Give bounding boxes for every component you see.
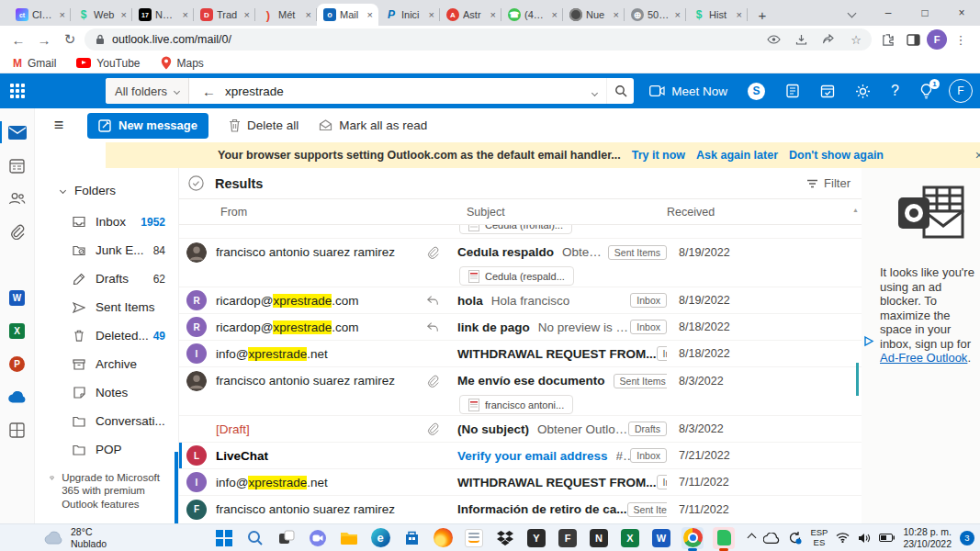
column-from[interactable]: From bbox=[220, 206, 247, 219]
notification-count-badge[interactable]: 3 bbox=[960, 531, 974, 545]
y-app-icon[interactable]: Y bbox=[525, 527, 547, 549]
notes-button[interactable] bbox=[775, 73, 810, 108]
tab-nuevo[interactable]: Nue× bbox=[563, 4, 625, 26]
tab-close-icon[interactable]: × bbox=[489, 9, 498, 20]
tab-close-icon[interactable]: × bbox=[550, 9, 559, 20]
new-message-button[interactable]: New message bbox=[87, 113, 208, 139]
folder-conversation[interactable]: Conversati... bbox=[35, 407, 178, 435]
email-row-draft[interactable]: [Draft] (No subject)Obtener Outlook...Dr… bbox=[179, 416, 862, 443]
tab-close-icon[interactable]: × bbox=[612, 9, 621, 20]
tab-metodo[interactable]: )Mét× bbox=[255, 4, 317, 26]
tab-clickup[interactable]: ctClick× bbox=[9, 4, 71, 26]
try-it-now-link[interactable]: Try it now bbox=[632, 149, 685, 162]
tab-close-icon[interactable]: × bbox=[735, 9, 744, 20]
skype-button[interactable]: S bbox=[738, 73, 775, 108]
forward-button[interactable]: → bbox=[33, 28, 55, 51]
bookmark-youtube[interactable]: YouTube bbox=[76, 57, 140, 70]
wifi-icon[interactable] bbox=[836, 533, 850, 543]
window-maximize-button[interactable]: □ bbox=[907, 0, 943, 26]
tab-trade[interactable]: DTrad× bbox=[194, 4, 255, 26]
evernote-icon-active[interactable] bbox=[713, 527, 735, 549]
chrome-icon-active[interactable] bbox=[681, 527, 704, 549]
taskbar-clock[interactable]: 10:28 p. m.23/10/2022 bbox=[903, 526, 952, 549]
sidebar-scrollbar-thumb[interactable] bbox=[175, 452, 178, 523]
attachment-chip[interactable]: Cedula (respald... bbox=[459, 266, 574, 286]
folder-drafts[interactable]: Drafts62 bbox=[35, 264, 178, 293]
app-launcher-waffle-icon[interactable] bbox=[0, 73, 35, 108]
new-tab-button[interactable]: + bbox=[751, 4, 773, 26]
teams-chat-icon[interactable] bbox=[307, 527, 329, 549]
task-view-icon[interactable] bbox=[276, 527, 298, 549]
tray-chevron-up-icon[interactable] bbox=[749, 534, 755, 541]
email-row[interactable]: R ricardop@xprestrade.com link de pagoNo… bbox=[179, 314, 862, 341]
email-row[interactable]: I info@xprestrade.net WITHDRAWAL REQUEST… bbox=[179, 341, 862, 367]
rail-onedrive-icon[interactable] bbox=[0, 380, 35, 413]
extensions-puzzle-icon[interactable] bbox=[875, 28, 899, 51]
delete-all-button[interactable]: Delete all bbox=[229, 118, 299, 132]
url-text[interactable]: outlook.live.com/mail/0/ bbox=[112, 33, 756, 46]
rail-attachments-icon[interactable] bbox=[0, 215, 35, 248]
edge-icon[interactable]: e bbox=[369, 527, 391, 549]
tab-mail-active[interactable]: oMail× bbox=[317, 4, 378, 26]
email-row[interactable]: francisco antonio suarez ramirez Me enví… bbox=[179, 367, 862, 394]
ad-free-outlook-link[interactable]: Ad-Free Outlook bbox=[880, 351, 967, 365]
tab-close-icon[interactable]: × bbox=[427, 9, 436, 20]
dont-show-again-link[interactable]: Don't show again bbox=[789, 149, 884, 162]
banner-close-icon[interactable]: × bbox=[975, 148, 980, 163]
window-minimize-button[interactable]: – bbox=[870, 0, 907, 26]
tab-paypal[interactable]: PInici× bbox=[378, 4, 440, 26]
folder-sent[interactable]: Sent Items bbox=[35, 293, 178, 321]
search-scope-dropdown[interactable]: All folders bbox=[106, 78, 189, 104]
scroll-up-icon[interactable]: ▲ bbox=[852, 207, 859, 213]
folder-archive[interactable]: Archive bbox=[35, 350, 178, 378]
taskbar-weather[interactable]: 28°CNublado bbox=[44, 526, 107, 548]
column-subject[interactable]: Subject bbox=[467, 206, 505, 219]
email-row[interactable]: R ricardop@xprestrade.com holaHola franc… bbox=[179, 287, 862, 314]
volume-icon[interactable] bbox=[858, 533, 871, 544]
tab-historial[interactable]: $Hist× bbox=[686, 4, 748, 26]
tab-close-icon[interactable]: × bbox=[304, 9, 313, 20]
tab-nasdaq[interactable]: 17NASD× bbox=[132, 4, 194, 26]
search-input[interactable] bbox=[225, 84, 592, 98]
tab-close-icon[interactable]: × bbox=[119, 9, 129, 20]
folder-deleted[interactable]: Deleted...49 bbox=[35, 321, 178, 350]
tab-close-icon[interactable]: × bbox=[181, 9, 190, 20]
language-indicator[interactable]: ESPES bbox=[810, 528, 828, 547]
tab-close-icon[interactable]: × bbox=[673, 9, 682, 20]
tab-504[interactable]: ⊕504 (× bbox=[625, 4, 686, 26]
calendar-button[interactable] bbox=[810, 73, 845, 108]
hamburger-menu-icon[interactable]: ≡ bbox=[46, 116, 72, 135]
search-chevron-down-icon[interactable] bbox=[592, 84, 597, 98]
firefox-icon[interactable] bbox=[432, 527, 454, 549]
email-row-unread[interactable]: L LiveChat Verify your email address##Y.… bbox=[179, 443, 862, 469]
email-row[interactable]: F francisco antonio suarez ramirez Infor… bbox=[179, 496, 862, 523]
tab-astro[interactable]: AAstr× bbox=[440, 4, 501, 26]
update-sync-tray-icon[interactable] bbox=[788, 531, 802, 545]
eye-icon[interactable] bbox=[763, 29, 783, 50]
dropbox-icon[interactable] bbox=[494, 527, 516, 549]
f-app-icon[interactable]: F bbox=[557, 527, 579, 549]
tab-web[interactable]: $Web× bbox=[71, 4, 132, 26]
omnibox[interactable]: outlook.live.com/mail/0/ ☆ bbox=[84, 28, 872, 51]
rail-calendar-icon[interactable] bbox=[0, 149, 35, 182]
rail-word-icon[interactable]: W bbox=[0, 281, 35, 314]
back-button[interactable]: ← bbox=[7, 28, 29, 51]
search-back-icon[interactable]: ← bbox=[202, 84, 216, 99]
tab-close-icon[interactable]: × bbox=[366, 9, 375, 20]
meet-now-button[interactable]: Meet Now bbox=[639, 73, 738, 108]
tab-close-icon[interactable]: × bbox=[242, 9, 252, 20]
tab-search-chevron-icon[interactable] bbox=[833, 0, 870, 26]
folder-notes[interactable]: Notes bbox=[35, 378, 178, 407]
start-button[interactable] bbox=[213, 527, 235, 549]
folders-header[interactable]: Folders bbox=[35, 180, 178, 200]
window-close-button[interactable]: × bbox=[943, 0, 980, 26]
refresh-button[interactable]: ↻ bbox=[59, 28, 81, 51]
taskbar-search-icon[interactable] bbox=[244, 527, 266, 549]
column-received[interactable]: Received bbox=[667, 206, 715, 219]
n-app-icon[interactable]: N bbox=[588, 527, 610, 549]
amazon-icon[interactable] bbox=[463, 527, 485, 549]
tab-close-icon[interactable]: × bbox=[58, 9, 67, 20]
rail-excel-icon[interactable]: X bbox=[0, 314, 35, 347]
rail-people-icon[interactable] bbox=[0, 182, 35, 215]
onedrive-tray-icon[interactable] bbox=[763, 533, 780, 544]
